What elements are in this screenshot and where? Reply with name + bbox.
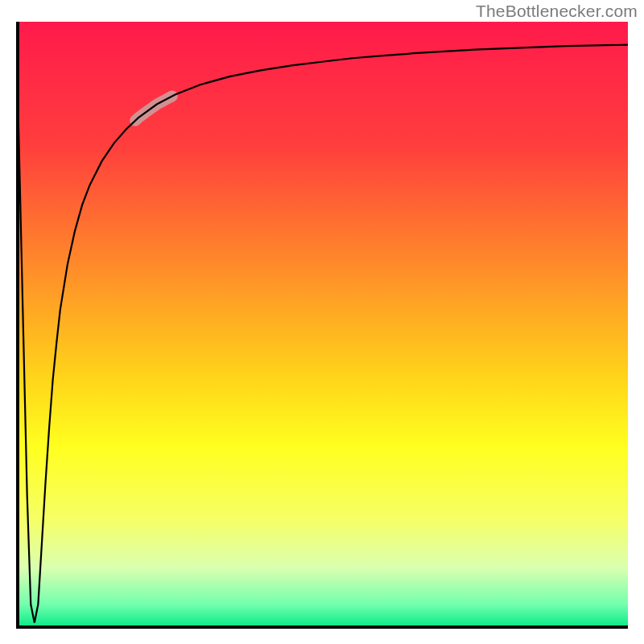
bottleneck-curve-line <box>16 22 628 622</box>
chart-plot-area <box>16 22 628 629</box>
attribution-text: TheBottlenecker.com <box>476 2 638 21</box>
chart-svg <box>16 22 628 629</box>
